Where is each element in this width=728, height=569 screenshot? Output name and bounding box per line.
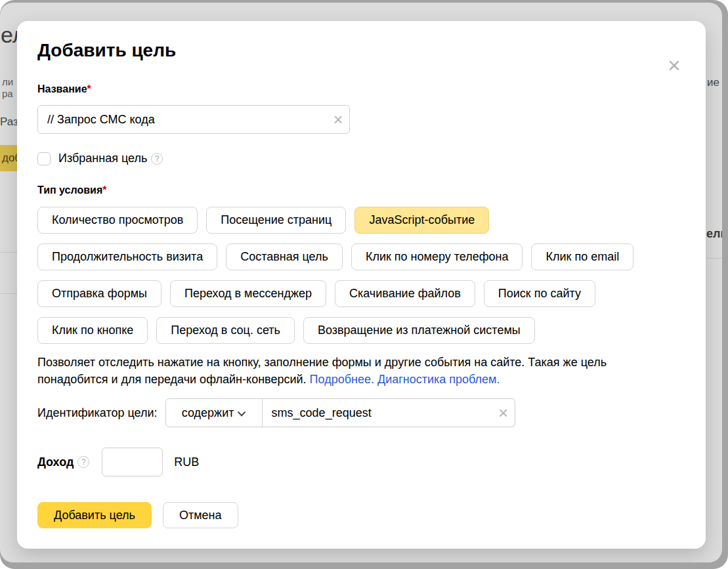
condition-type-chips: Количество просмотровПосещение страницJa… (37, 207, 685, 344)
diagnostics-link[interactable]: Диагностика проблем. (377, 373, 500, 386)
condition-type-chip[interactable]: Продолжительность визита (37, 243, 217, 270)
condition-type-chip[interactable]: Переход в соц. сеть (156, 317, 295, 344)
clear-identifier-icon[interactable]: × (492, 403, 515, 423)
chip-row: Отправка формыПереход в мессенджерСкачив… (37, 280, 685, 307)
name-label: Название* (37, 83, 685, 95)
dimmed-overlay: ел ли ра Раз доб ие ели × Добавить цель … (0, 3, 722, 562)
condition-type-chip[interactable]: Переход в мессенджер (170, 280, 326, 307)
required-asterisk: * (87, 83, 91, 95)
favorite-goal-checkbox[interactable] (37, 152, 51, 165)
condition-type-chip[interactable]: Поиск по сайту (484, 280, 595, 307)
background-text-fragment: ие (707, 76, 719, 89)
operator-value: содержит (182, 406, 234, 420)
condition-type-chip[interactable]: Клик по кнопке (37, 317, 148, 344)
window-frame: ел ли ра Раз доб ие ели × Добавить цель … (0, 0, 728, 569)
more-details-link[interactable]: Подробнее. (310, 373, 374, 386)
condition-type-chip[interactable]: Количество просмотров (37, 207, 198, 234)
goal-identifier-input[interactable] (263, 399, 492, 427)
goal-name-field: × (37, 105, 350, 134)
revenue-help-icon[interactable]: ? (77, 456, 89, 468)
name-label-text: Название (37, 83, 87, 95)
cancel-button[interactable]: Отмена (163, 502, 238, 528)
revenue-input[interactable] (102, 448, 163, 476)
revenue-row: Доход ? RUB (37, 448, 685, 476)
close-icon[interactable]: × (662, 54, 686, 77)
condition-description: Позволяет отследить нажатие на кнопку, з… (37, 354, 678, 388)
add-goal-dialog: × Добавить цель Название* × Избранная це… (17, 21, 706, 549)
add-goal-button[interactable]: Добавить цель (37, 502, 152, 528)
dialog-title: Добавить цель (37, 38, 685, 63)
chip-row: Клик по кнопкеПереход в соц. сетьВозвращ… (37, 317, 685, 344)
condition-type-chip[interactable]: Клик по номеру телефона (351, 243, 523, 270)
condition-type-chip[interactable]: Посещение страниц (206, 207, 346, 234)
condition-type-chip[interactable]: Возвращение из платежной системы (303, 317, 535, 344)
revenue-label: Доход (37, 455, 74, 469)
background-text-fragment: ели (706, 227, 722, 241)
favorite-goal-row: Избранная цель ? (37, 152, 685, 165)
background-divider (0, 293, 17, 294)
goal-identifier-row: Идентификатор цели: содержит × (37, 398, 685, 427)
chip-row: Продолжительность визитаСоставная цельКл… (37, 243, 685, 270)
required-asterisk: * (102, 184, 106, 196)
condition-type-label: Тип условия* (37, 184, 685, 196)
clear-name-icon[interactable]: × (327, 110, 349, 130)
condition-type-label-text: Тип условия (37, 184, 102, 196)
favorite-help-icon[interactable]: ? (151, 153, 163, 165)
operator-select[interactable]: содержит (165, 398, 263, 427)
favorite-goal-label: Избранная цель (58, 152, 147, 165)
goal-name-input[interactable] (38, 106, 327, 133)
dialog-actions: Добавить цель Отмена (37, 502, 685, 528)
goal-identifier-label: Идентификатор цели: (37, 406, 158, 420)
background-text-fragment: Раз (0, 116, 18, 129)
goal-identifier-field: × (263, 398, 515, 427)
condition-type-chip[interactable]: Составная цель (226, 243, 343, 270)
chevron-down-icon (238, 408, 246, 416)
currency-label: RUB (174, 455, 199, 469)
condition-type-chip[interactable]: Клик по email (531, 243, 633, 270)
background-divider (0, 252, 17, 253)
condition-type-chip[interactable]: Скачивание файлов (335, 280, 475, 307)
condition-type-chip[interactable]: Отправка формы (37, 280, 161, 307)
condition-type-chip[interactable]: JavaScript-событие (354, 207, 489, 234)
background-text-fragment: ра (2, 88, 13, 99)
background-text-fragment: ли (2, 76, 13, 87)
background-divider (706, 258, 722, 259)
background-add-goal-button-fragment: доб (0, 145, 17, 171)
chip-row: Количество просмотровПосещение страницJa… (37, 207, 685, 234)
